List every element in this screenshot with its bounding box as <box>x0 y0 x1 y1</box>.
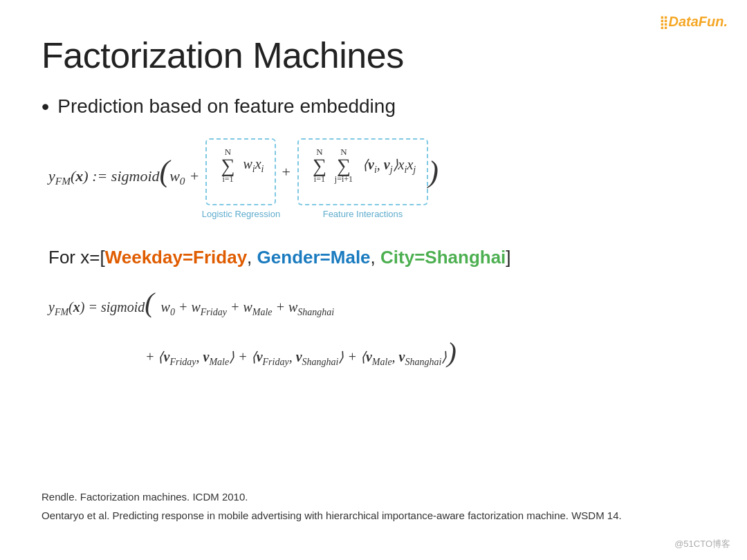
feature-interactions-box: N ∑ i=1 N ∑ j=i+1 ⟨vi, vj⟩xixj Feature I… <box>297 138 428 205</box>
fi-formula: N ∑ i=1 N ∑ j=i+1 ⟨vi, vj⟩xixj <box>310 147 416 185</box>
lr-formula: N ∑ i=1 wixi <box>218 147 264 185</box>
lr-label: Logistic Regression <box>202 209 280 219</box>
bullet-text: Prediction based on feature embedding <box>57 95 396 118</box>
logo: ⣿DataFun. <box>659 12 728 30</box>
gender-value: Gender=Male <box>257 247 371 268</box>
watermark: @51CTO博客 <box>674 538 730 550</box>
logistic-regression-box: N ∑ i=1 wixi Logistic Regression <box>205 138 276 205</box>
logo-icon: ⣿ <box>659 15 668 29</box>
fi-label: Feature Interactions <box>323 209 403 219</box>
formula-plus-between: + <box>280 163 291 181</box>
formula-close-paren: ) <box>428 157 439 187</box>
reference-1: Rendle. Factorization machines. ICDM 201… <box>42 489 706 504</box>
page-title: Factorization Machines <box>42 35 706 76</box>
main-formula-section: yFM(x) := sigmoid(w0 + N ∑ i=1 wixi Logi… <box>42 138 706 205</box>
formula-left: yFM(x) := sigmoid(w0 + <box>48 156 200 187</box>
example-comma2: , <box>371 247 380 268</box>
bullet-dot: • <box>42 95 49 118</box>
weekday-value: Weekday=Friday <box>105 247 247 268</box>
expanded-formula: yFM(x) = sigmoid( w0 + wFriday + wMale +… <box>42 278 706 377</box>
references-section: Rendle. Factorization machines. ICDM 201… <box>42 489 706 527</box>
reference-2: Oentaryo et al. Predicting response in m… <box>42 508 706 523</box>
example-bracket-close: ] <box>506 247 510 268</box>
city-value: City=Shanghai <box>380 247 506 268</box>
slide: ⣿DataFun. Factorization Machines • Predi… <box>0 0 747 560</box>
example-comma1: , <box>247 247 257 268</box>
example-line: For x=[Weekday=Friday, Gender=Male, City… <box>42 247 706 268</box>
example-label: For x=[ <box>48 247 105 268</box>
bullet-point: • Prediction based on feature embedding <box>42 95 706 118</box>
